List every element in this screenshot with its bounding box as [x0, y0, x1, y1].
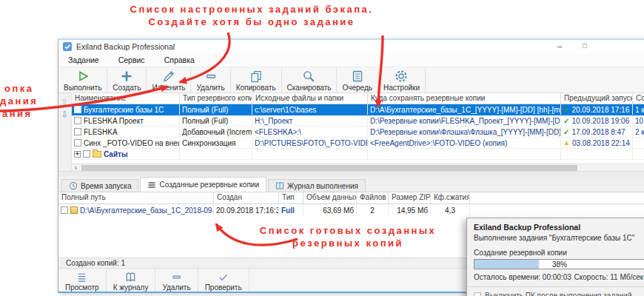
- copies-count-status: Создано копий: 1: [66, 259, 125, 267]
- column-header[interactable]: Объем данных: [303, 192, 357, 204]
- verify-button[interactable]: Проверить: [198, 269, 249, 293]
- table-row[interactable]: Синх _FOTO-VIDEO на внешний Синхронизаци…: [72, 138, 644, 149]
- annotation-line: опка: [0, 82, 38, 95]
- queue-button[interactable]: Очередь: [337, 67, 378, 92]
- menu-item-help[interactable]: Справка: [155, 53, 204, 67]
- column-header[interactable]: Исходные файлы и папки: [252, 93, 368, 104]
- title-bar[interactable]: Exiland Backup Professional – □: [58, 40, 644, 53]
- progress-dialog: Exiland Backup Professional Выполнение з…: [466, 218, 644, 296]
- row-checkbox[interactable]: [61, 206, 68, 214]
- settings-button[interactable]: Настройки: [378, 67, 426, 92]
- tab-execution-log[interactable]: Журнал выполнения: [268, 179, 366, 192]
- clock-icon: [69, 181, 78, 190]
- annotation-tasks-list: Список настроенных заданий бэкапа. Созда…: [104, 3, 400, 28]
- column-header[interactable]: Размер ZIP: [389, 192, 431, 204]
- tab-created-backups[interactable]: Созданные резервные копии: [140, 177, 266, 192]
- magnifier-icon: [301, 69, 316, 84]
- column-header[interactable]: Полный путь: [58, 192, 214, 204]
- table-row[interactable]: FLESHKA Добавочный (Incremental) <FLESHK…: [72, 127, 644, 138]
- scan-button[interactable]: Сканировать: [282, 67, 338, 92]
- minimize-button[interactable]: –: [547, 40, 572, 53]
- maximize-button[interactable]: □: [572, 40, 597, 53]
- execute-button[interactable]: Выполнить: [58, 67, 107, 92]
- column-header[interactable]: Куда сохранять резервные копии: [368, 93, 561, 104]
- annotation-line: Список готовых созданных: [218, 224, 477, 237]
- row-checkbox[interactable]: [74, 117, 81, 124]
- create-button[interactable]: Создать: [107, 67, 147, 92]
- to-journal-button[interactable]: К журналу: [107, 269, 156, 293]
- shutdown-checkbox[interactable]: [474, 292, 481, 296]
- table-row-group[interactable]: + Сайты: [72, 149, 644, 160]
- divider: [467, 286, 644, 287]
- shutdown-checkbox-label: Выключить ПК после выполнения заданий: [485, 292, 631, 296]
- zip-file-icon: [70, 206, 78, 214]
- menu-bar: Задание Сервис Справка: [58, 53, 644, 67]
- copy-button[interactable]: Копировать: [231, 67, 282, 92]
- lines-list-icon: [76, 271, 88, 283]
- menu-item-task[interactable]: Задание: [58, 53, 109, 67]
- row-checkbox[interactable]: [83, 150, 90, 158]
- plus-icon: [119, 69, 134, 84]
- window-title: Exiland Backup Professional: [76, 42, 175, 51]
- list-queue-icon: [350, 69, 365, 84]
- column-header[interactable]: Предыдущий запуск: [561, 93, 633, 104]
- success-icon: ✓: [563, 128, 569, 136]
- copies-table-header: Полный путь Создан Тип Объем данных Файл…: [58, 192, 644, 204]
- scrollbar-thumb[interactable]: [81, 165, 577, 171]
- annotation-line: Создайте хотя бы одно задание: [104, 16, 400, 28]
- edit-button[interactable]: Изменить: [147, 67, 191, 92]
- book-icon: [275, 181, 284, 190]
- minus-icon: [170, 271, 183, 283]
- table-row-selected[interactable]: Бухгалтерские базы 1С Полный (Full) c:\s…: [72, 104, 644, 115]
- column-header[interactable]: Со: [633, 93, 644, 104]
- dialog-stage-line: Создание резервной копии: [474, 249, 644, 257]
- annotation-ready-copies: Список готовых созданных резервных копий: [218, 224, 477, 249]
- success-icon: ✓: [563, 106, 569, 114]
- annotation-line: резервных копий: [218, 237, 477, 249]
- row-checkbox[interactable]: [74, 139, 81, 147]
- folder-icon: [93, 151, 101, 158]
- column-header[interactable]: Создан: [214, 192, 279, 204]
- progress-percent: 38%: [474, 260, 644, 269]
- gear-icon: [394, 69, 409, 84]
- tab-start-time[interactable]: Время запуска: [61, 179, 138, 192]
- column-header[interactable]: Файлов: [357, 192, 389, 204]
- dialog-title: Exiland Backup Professional: [474, 223, 644, 232]
- play-icon: [76, 69, 90, 84]
- time-left-label: Осталось времени: 00:00:03: [474, 273, 571, 281]
- app-icon: [62, 41, 73, 52]
- column-header[interactable]: Кф.сжатия: [431, 192, 470, 204]
- copy-row[interactable]: D:\A\Бухгалтерские_базы_1С_2018-09-20 17…: [58, 204, 644, 216]
- warning-icon: ▲: [563, 139, 570, 147]
- table-row[interactable]: FLESHKA Проект Полный (Full) H:\_Проект …: [72, 115, 644, 127]
- row-checkbox[interactable]: [74, 128, 81, 135]
- scroll-left-icon[interactable]: ‹: [72, 164, 80, 171]
- progress-bar: 38%: [474, 259, 644, 269]
- tasks-table: Наименование Тип резервного копиро... Ис…: [72, 93, 644, 164]
- pencil-icon: [161, 69, 176, 84]
- success-icon: ✓: [563, 117, 569, 125]
- annotation-create-button-cut: опка дания ания: [0, 82, 38, 120]
- tab-bar: Время запуска Созданные резервные копии …: [58, 177, 644, 192]
- column-header[interactable]: Тип: [279, 192, 303, 204]
- column-header[interactable]: Наименование: [72, 93, 180, 104]
- task-reorder-strip: ⇧ ⇩: [58, 93, 72, 171]
- horizontal-scrollbar[interactable]: ‹: [72, 164, 644, 171]
- delete-copy-button[interactable]: Удалить: [155, 269, 198, 293]
- open-book-icon: [124, 271, 137, 283]
- move-down-icon[interactable]: ⇩: [61, 110, 68, 120]
- menu-item-service[interactable]: Сервис: [109, 53, 155, 67]
- splitter[interactable]: [58, 171, 644, 177]
- column-header[interactable]: Тип резервного копиро...: [180, 93, 252, 104]
- copy-icon: [249, 69, 264, 84]
- stack-icon: [147, 181, 156, 189]
- annotation-line: Список настроенных заданий бэкапа.: [104, 3, 400, 16]
- view-button[interactable]: Просмотр: [58, 269, 107, 293]
- expand-icon[interactable]: +: [74, 151, 81, 158]
- screenshot-canvas: Список настроенных заданий бэкапа. Созда…: [0, 0, 644, 296]
- row-checkbox[interactable]: [74, 106, 81, 113]
- move-up-icon[interactable]: ⇧: [61, 97, 68, 107]
- dialog-task-line: Выполнение задания "Бухгалтерские базы 1…: [474, 234, 644, 242]
- delete-button[interactable]: Удалить: [191, 67, 230, 92]
- main-toolbar: Выполнить Создать Изменить Удалить: [58, 67, 644, 93]
